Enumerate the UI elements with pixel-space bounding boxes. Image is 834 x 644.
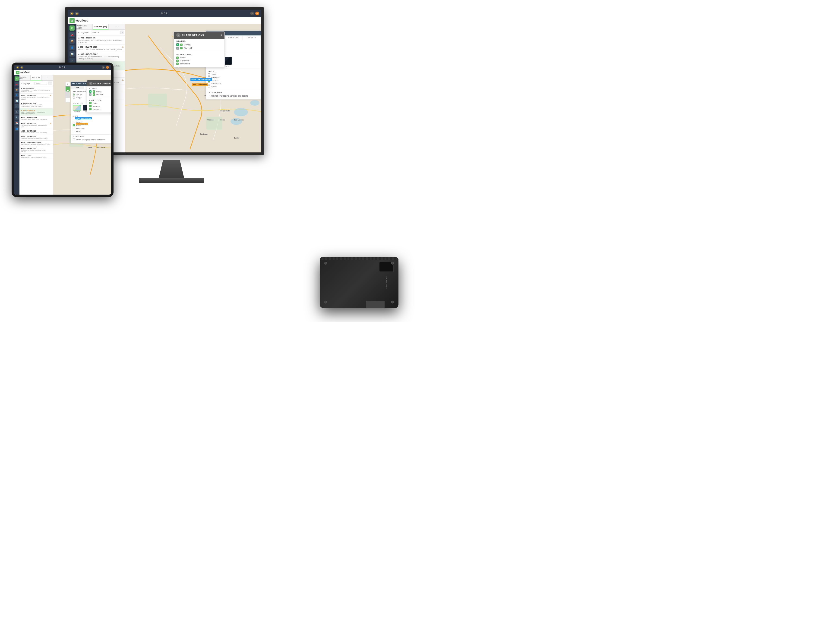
list-item[interactable]: ■ 002 – BW-TT 1329 ⚠ S12233 / Parkstraße… — [19, 94, 53, 101]
tracker-bolt-tr — [391, 262, 394, 265]
tablet-cb-addresses[interactable] — [73, 127, 75, 129]
svg-point-0 — [234, 108, 248, 116]
tablet-sidebar-user[interactable]: 👥 — [15, 126, 19, 131]
sidebar-report-icon[interactable]: 📊 — [70, 52, 74, 56]
checkbox-trailer[interactable] — [176, 56, 179, 59]
checkbox-areas[interactable] — [208, 86, 210, 88]
list-item[interactable]: ■ 009 – Telescopic handler Vohrenweg 47,… — [19, 140, 53, 147]
tablet-bell-icon[interactable]: 🔔 — [16, 66, 19, 69]
tablet-filter-header-content: ≡ FILTER OPTIONS — [89, 82, 111, 85]
tablet-cb-clustering[interactable] — [73, 139, 75, 141]
topbar-lock-icon[interactable]: 🔒 — [75, 11, 79, 15]
tablet-cb-traffic[interactable] — [73, 118, 75, 120]
tablet-checkbox-trailer[interactable] — [89, 102, 92, 104]
tablet-sidebar-map[interactable]: ⊞ — [15, 76, 19, 81]
tablet-zoom-in[interactable]: + — [66, 82, 70, 86]
tablet-sidebar-calendar[interactable]: 📅 — [15, 121, 19, 125]
tablet-tab-collapse[interactable]: ‹ — [42, 75, 53, 81]
checkbox-standstill[interactable] — [180, 47, 183, 49]
checkbox-clustering[interactable] — [208, 95, 210, 97]
tab-assets[interactable]: ASSETS (11) — [93, 24, 109, 29]
list-item[interactable]: ▲ 001 – Boom lift A31/621 near j. 17 Vel… — [19, 86, 53, 94]
tablet-lock-icon[interactable]: 🔒 — [20, 66, 23, 69]
tablet-filter-icon[interactable]: ▼ — [48, 82, 52, 85]
filter-close-button[interactable]: × — [221, 34, 222, 36]
tablet-radio-google[interactable] — [73, 96, 75, 99]
tablet-checkbox-moving[interactable] — [93, 90, 95, 93]
list-item[interactable]: ■ 005 – Wheel loader Flughafen Tegel, Te… — [19, 116, 53, 121]
tablet-filter-standstill: S Standstill — [89, 94, 111, 96]
map-pin-006[interactable]: P 006 – MD3493I00085 — [191, 78, 212, 81]
checkbox-machinery[interactable] — [176, 60, 179, 62]
checkbox-traffic[interactable] — [208, 73, 210, 76]
tablet-style-standard[interactable]: Standard — [73, 105, 81, 112]
sidebar-alert-icon[interactable]: ⚠ — [70, 58, 74, 63]
tablet-sidebar-asset[interactable]: 📦 — [15, 87, 19, 92]
list-item[interactable]: ▲ 003 – BZ-ZS 0282 Public Area, Kurfürst… — [76, 52, 125, 61]
tablet-cb-vehicles[interactable] — [73, 121, 75, 123]
list-item[interactable]: ▲ 003 – BZ-ZS 0282 Public Area, Kurfürst… — [19, 101, 53, 108]
tablet-sidebar-vehicle[interactable]: 🚗 — [15, 82, 19, 86]
filter-icon[interactable]: ▼ — [120, 31, 124, 34]
tablet-sidebar-report[interactable]: 📊 — [15, 99, 19, 103]
search-input[interactable] — [91, 31, 119, 34]
list-item[interactable]: ■ 010 – BW-TT 1323 Kuestraße 32, Böhlitz… — [19, 147, 53, 153]
list-item[interactable]: ▲ 001 – Boom lift A31/621 near j. 17 Vel… — [76, 36, 125, 45]
checkbox-addresses[interactable] — [208, 82, 210, 85]
tablet-pin-004[interactable]: 004 – Excavator — [76, 123, 88, 125]
tracker-label: PRIME GPS — [385, 276, 388, 289]
tablet-zoom-thumb[interactable] — [66, 89, 69, 92]
tab-collapse[interactable]: ‹ — [109, 24, 125, 29]
tablet-tab-vehicles[interactable]: VEHICLES (4/15) — [19, 75, 31, 81]
topbar-user-icon[interactable]: U — [255, 11, 259, 15]
tablet-sidebar-alert[interactable]: ⚠ — [15, 104, 19, 108]
tablet-checkbox-machinery[interactable] — [89, 105, 92, 107]
tablet-tab-map[interactable]: MAP — [71, 86, 84, 89]
tablet-checkbox-standstill[interactable] — [93, 94, 95, 96]
tablet-help-icon[interactable]: ? — [102, 66, 105, 69]
list-item[interactable]: ■ 011 – Crane Jr-Laurafuhren, Bahnhofsst… — [19, 153, 53, 160]
tablet-status-a: A — [89, 90, 92, 93]
tablet-tab-assets[interactable]: ASSETS (11) — [31, 75, 42, 81]
tablet-checkbox-equipment[interactable] — [89, 108, 92, 110]
tablet-cb-assets[interactable] — [73, 124, 75, 126]
monitor-map-area[interactable]: Krostlitz Eilenburg Thallwitz Jesewitz T… — [125, 24, 261, 152]
asset-type-filter-section: ASSET TYPE Trailer Machinery — [174, 52, 225, 67]
list-item[interactable]: ■ 008 – BW-TT 1329 Sandower Straße, Groß… — [19, 135, 53, 140]
sidebar-vehicle-icon[interactable]: 🚗 — [70, 32, 74, 37]
topbar-bell-icon[interactable]: 🔔 — [70, 11, 74, 15]
tablet-map-area[interactable]: Taucha Machern Grosspösna Naunhof Borna … — [53, 75, 111, 195]
town-borna: Borna — [221, 119, 225, 121]
list-item[interactable]: ■ 006 – BW-TT 2323 ⚠ Eikenweg / Populier… — [19, 121, 53, 129]
sidebar-asset-icon[interactable]: 📦 — [70, 39, 74, 44]
tablet-radio-tomtom[interactable] — [73, 94, 75, 96]
checkbox-equipment[interactable] — [176, 63, 179, 65]
sidebar-map-icon[interactable]: ⊞ — [70, 26, 74, 31]
monitor-base — [139, 178, 204, 183]
tablet-wrapper: 🔔 🔒 MAP ? U W webfleet ⊞ — [11, 63, 113, 197]
list-item[interactable]: ■ 002 – BW-TT 1329 ⚠ S12233 / Parkstraße… — [76, 45, 125, 52]
tablet-sidebar-search[interactable]: 🔍 — [15, 115, 19, 119]
checkbox-moving[interactable] — [180, 44, 183, 46]
tab-vehicles[interactable]: VEHICLES (4/15) — [76, 24, 93, 29]
list-item[interactable]: ■ 007 – BW-TT 1328 Am Gemeindewald, Have… — [19, 129, 53, 135]
topbar-help-icon[interactable]: ? — [250, 11, 254, 15]
tablet-sidebar-settings[interactable]: ⚙ — [15, 110, 19, 114]
list-item-selected[interactable]: ▼ 004 – Excavator Eduard-Mörike-Straße /… — [19, 108, 53, 116]
map-list-tab-assets[interactable]: ASSETS — [243, 36, 261, 40]
style-night-label: Night — [224, 65, 229, 67]
sidebar-driver-icon[interactable]: 👤 — [70, 45, 74, 50]
tablet-sidebar-driver[interactable]: 👤 — [15, 93, 19, 97]
tablet-zoom-slider[interactable] — [66, 86, 70, 98]
warning-icon: ⚠ — [122, 79, 123, 81]
tablet-cb-areas[interactable] — [73, 130, 75, 132]
tablet-user-icon[interactable]: U — [106, 66, 109, 69]
map-list-tab-vehicles[interactable]: VEHICLES — [224, 36, 242, 40]
clustering-item: Cluster overlapping vehicles and assets — [208, 95, 259, 97]
tablet-brand-header: W webfleet — [14, 70, 111, 75]
tablet-zoom-out[interactable]: − — [66, 98, 70, 102]
tablet-search-input[interactable] — [34, 82, 47, 85]
tablet-asset-type-section: ASSET TYPE Trailer Machinery — [87, 98, 111, 113]
tablet-pin-006[interactable]: P 006 – MD3493I00085 — [75, 117, 92, 119]
map-pin-004[interactable]: 004 – Excavator — [192, 83, 208, 86]
